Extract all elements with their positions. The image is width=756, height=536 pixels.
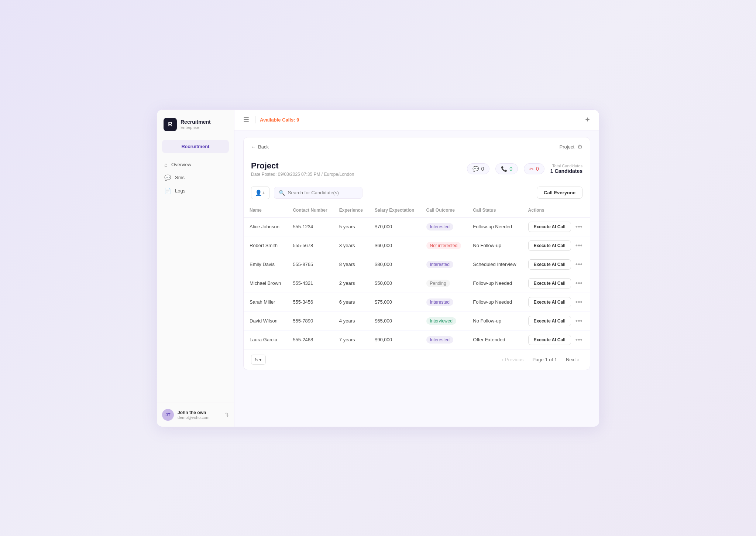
call-everyone-button[interactable]: Call Everyone: [537, 187, 583, 199]
cell-outcome: Interested: [420, 293, 467, 311]
cell-actions: Execute AI Call •••: [522, 236, 590, 255]
table-row: Laura Garcia 555-2468 7 years $90,000 In…: [244, 330, 590, 349]
more-options-button[interactable]: •••: [574, 223, 584, 230]
project-stats: 💬 0 📞 0 ✂ 0 Total Candidates: [467, 163, 583, 174]
table-row: Sarah Miller 555-3456 6 years $75,000 In…: [244, 293, 590, 311]
cell-experience: 2 years: [333, 274, 369, 293]
chevron-up-down-icon[interactable]: ⇅: [225, 412, 229, 417]
col-header-contact: Contact Number: [287, 203, 333, 218]
missed-calls-stat: ✂ 0: [524, 163, 544, 174]
cell-contact: 555-8765: [287, 255, 333, 274]
cell-outcome: Not interested: [420, 236, 467, 255]
execute-ai-call-button[interactable]: Execute AI Call: [528, 259, 571, 270]
available-calls-label: Available Calls: 9: [260, 117, 299, 123]
project-settings-button[interactable]: ⚙: [577, 143, 583, 150]
sidebar-menu: ⌂ Overview 💬 Sms 📄 Logs: [157, 158, 234, 198]
card-header-right: Project ⚙: [560, 143, 583, 150]
user-name: John the own: [178, 410, 209, 415]
cell-salary: $65,000: [369, 311, 420, 330]
col-header-salary: Salary Expectation: [369, 203, 420, 218]
sidebar-item-overview[interactable]: ⌂ Overview: [161, 158, 230, 171]
more-options-button[interactable]: •••: [574, 337, 584, 343]
page-size-selector[interactable]: 5 ▾: [251, 355, 266, 365]
next-button[interactable]: Next ›: [562, 355, 583, 365]
chevron-down-icon: ▾: [259, 357, 262, 362]
sidebar-item-logs[interactable]: 📄 Logs: [161, 184, 230, 198]
outcome-badge: Not interested: [426, 242, 461, 249]
user-email: demo@voho.com: [178, 415, 209, 420]
user-info: John the own demo@voho.com: [178, 410, 209, 420]
back-button[interactable]: ← Back: [251, 144, 269, 150]
col-header-outcome: Call Outcome: [420, 203, 467, 218]
outcome-badge: Interested: [426, 223, 453, 231]
previous-label: Previous: [505, 357, 524, 362]
outcome-badge: Interviewed: [426, 317, 456, 325]
more-options-button[interactable]: •••: [574, 318, 584, 324]
calls-stat: 📞 0: [495, 163, 518, 174]
execute-ai-call-button[interactable]: Execute AI Call: [528, 240, 571, 251]
more-options-button[interactable]: •••: [574, 280, 584, 287]
actions-cell: Execute AI Call •••: [528, 259, 584, 270]
comment-icon: 💬: [472, 166, 479, 172]
cell-outcome: Interested: [420, 217, 467, 236]
next-label: Next: [566, 357, 576, 362]
cell-experience: 6 years: [333, 293, 369, 311]
missed-calls-count: 0: [536, 166, 539, 172]
search-input[interactable]: [288, 190, 358, 195]
cell-actions: Execute AI Call •••: [522, 330, 590, 349]
cell-contact: 555-7890: [287, 311, 333, 330]
table-header: Name Contact Number Experience Salary Ex…: [244, 203, 590, 218]
cell-actions: Execute AI Call •••: [522, 217, 590, 236]
outcome-badge: Interested: [426, 261, 453, 268]
sms-icon: 💬: [164, 174, 171, 181]
cell-status: Follow-up Needed: [467, 217, 522, 236]
cell-name: Robert Smith: [244, 236, 287, 255]
recruitment-nav-button[interactable]: Recruitment: [162, 140, 229, 153]
cell-contact: 555-4321: [287, 274, 333, 293]
cell-outcome: Interested: [420, 255, 467, 274]
cell-status: Offer Extended: [467, 330, 522, 349]
cell-outcome: Pending: [420, 274, 467, 293]
brand-area: R Recruitment Enterprise: [157, 110, 234, 138]
topbar: ☰ Available Calls: 9 ✦: [234, 110, 599, 130]
outcome-badge: Interested: [426, 336, 453, 344]
col-header-actions: Actions: [522, 203, 590, 218]
cell-salary: $70,000: [369, 217, 420, 236]
execute-ai-call-button[interactable]: Execute AI Call: [528, 316, 571, 326]
sidebar-toggle-button[interactable]: ☰: [242, 114, 251, 125]
cell-contact: 555-2468: [287, 330, 333, 349]
actions-cell: Execute AI Call •••: [528, 335, 584, 345]
home-icon: ⌂: [164, 161, 168, 168]
cell-actions: Execute AI Call •••: [522, 274, 590, 293]
cell-name: Alice Johnson: [244, 217, 287, 236]
table-row: Alice Johnson 555-1234 5 years $70,000 I…: [244, 217, 590, 236]
previous-button[interactable]: ‹ Previous: [498, 355, 528, 365]
execute-ai-call-button[interactable]: Execute AI Call: [528, 297, 571, 307]
more-options-button[interactable]: •••: [574, 242, 584, 249]
actions-cell: Execute AI Call •••: [528, 278, 584, 289]
execute-ai-call-button[interactable]: Execute AI Call: [528, 278, 571, 289]
cell-actions: Execute AI Call •••: [522, 293, 590, 311]
pagination-nav: ‹ Previous Page 1 of 1 Next ›: [498, 355, 583, 365]
cell-name: Laura Garcia: [244, 330, 287, 349]
arrow-left-icon: ←: [251, 144, 256, 150]
project-date: Date Posted: 09/03/2025 07:35 PM / Europ…: [251, 172, 354, 177]
cell-name: David Wilson: [244, 311, 287, 330]
cell-salary: $80,000: [369, 255, 420, 274]
sidebar-item-label: Sms: [175, 175, 185, 180]
content-area: ← Back Project ⚙ Project Date Posted: 09…: [234, 130, 599, 427]
missed-call-icon: ✂: [529, 166, 534, 172]
more-options-button[interactable]: •••: [574, 261, 584, 268]
more-options-button[interactable]: •••: [574, 299, 584, 305]
sidebar-item-sms[interactable]: 💬 Sms: [161, 171, 230, 184]
user-profile-footer: JT John the own demo@voho.com ⇅: [157, 403, 234, 427]
add-candidate-button[interactable]: 👤+: [251, 187, 269, 199]
cell-contact: 555-3456: [287, 293, 333, 311]
topbar-divider: [255, 116, 255, 123]
table-body: Alice Johnson 555-1234 5 years $70,000 I…: [244, 217, 590, 349]
execute-ai-call-button[interactable]: Execute AI Call: [528, 335, 571, 345]
cell-name: Sarah Miller: [244, 293, 287, 311]
cell-contact: 555-5678: [287, 236, 333, 255]
settings-icon-button[interactable]: ✦: [583, 114, 592, 125]
execute-ai-call-button[interactable]: Execute AI Call: [528, 222, 571, 232]
